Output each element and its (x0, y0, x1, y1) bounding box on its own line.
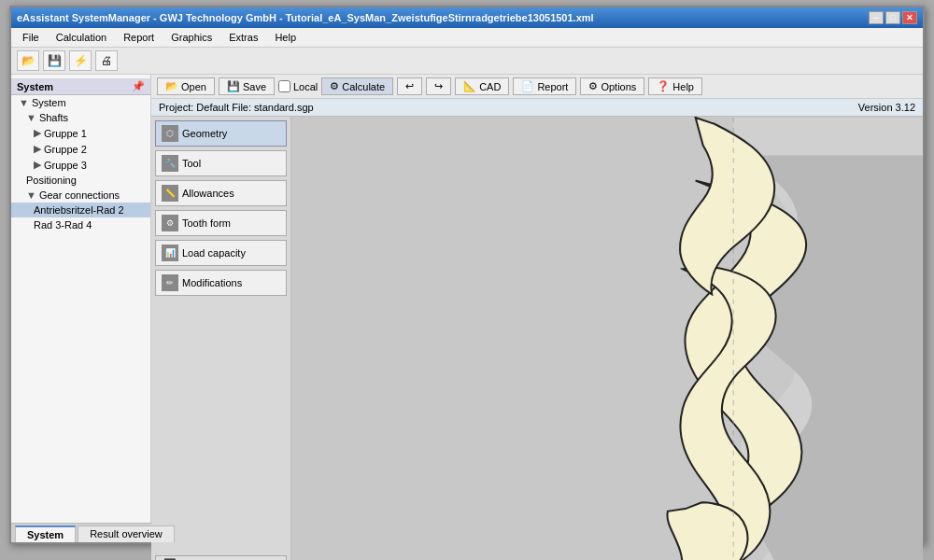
minimize-button[interactable]: ─ (869, 11, 884, 24)
cad-icon: 📐 (463, 80, 476, 92)
tree-label-positioning: Positioning (26, 175, 77, 186)
tab-system[interactable]: System (15, 525, 76, 542)
load-capacity-button[interactable]: 📊 Load capacity (155, 240, 287, 266)
toolbar-print[interactable]: 🖨 (95, 50, 118, 71)
tooth-form-icon: ⚙ (162, 215, 178, 231)
tree-label-gruppe2: Gruppe 2 (44, 144, 87, 155)
modifications-icon: ✏ (162, 274, 178, 291)
undo-button[interactable]: ↩ (397, 77, 422, 95)
menubar: File Calculation Report Graphics Extras … (11, 28, 923, 48)
tree-label-shafts: Shafts (39, 112, 68, 123)
gear-visualization (291, 117, 923, 560)
options-button[interactable]: ⚙ Options (580, 77, 644, 95)
calculate-button[interactable]: ⚙ Calculate (321, 77, 393, 95)
tree-label-rad3rad4: Rad 3-Rad 4 (34, 219, 92, 231)
project-bar: Project: Default File: standard.sgp Vers… (151, 99, 923, 117)
left-panel: ⬡ Geometry 🔧 Tool 📏 Allowances ⚙ Tooth f… (151, 117, 291, 560)
tool-button[interactable]: 🔧 Tool (155, 150, 287, 176)
view-area (291, 117, 923, 560)
redo-button[interactable]: ↪ (426, 77, 451, 95)
content-area: 📂 Open 💾 Save Local ⚙ Calculate ↩ ↪ (151, 75, 923, 523)
load-capacity-icon: 📊 (162, 245, 178, 261)
menu-graphics[interactable]: Graphics (163, 30, 219, 45)
tree-item-shafts[interactable]: ▼ Shafts (11, 110, 150, 125)
tree-item-gruppe3[interactable]: ▶ Gruppe 3 (11, 157, 150, 173)
modifications-button[interactable]: ✏ Modifications (155, 270, 287, 296)
allowances-button[interactable]: 📏 Allowances (155, 180, 287, 206)
tree-expand-gruppe1: ▶ (34, 127, 41, 139)
tree-label-system: System (32, 97, 66, 108)
total-view-button[interactable]: 🔲 Total view (155, 555, 287, 560)
tree-item-antrieb[interactable]: Antriebsritzel-Rad 2 (11, 203, 150, 217)
workspace: ⬡ Geometry 🔧 Tool 📏 Allowances ⚙ Tooth f… (151, 117, 923, 560)
local-checkbox-group: Local (278, 80, 318, 92)
tree-expand-gear: ▼ (26, 189, 36, 201)
menu-extras[interactable]: Extras (221, 30, 265, 45)
tree-label-antrieb: Antriebsritzel-Rad 2 (34, 204, 124, 216)
options-icon: ⚙ (588, 80, 598, 92)
title-bar: eAssistant SystemManager - GWJ Technolog… (11, 7, 923, 28)
project-info: Project: Default File: standard.sgp (159, 102, 314, 113)
report-button[interactable]: 📄 Report (513, 77, 576, 95)
maximize-button[interactable]: □ (885, 11, 900, 24)
tree-item-gruppe1[interactable]: ▶ Gruppe 1 (11, 125, 150, 141)
geometry-button[interactable]: ⬡ Geometry (155, 120, 287, 147)
calculate-icon: ⚙ (330, 80, 339, 92)
sidebar-pin-icon: 📌 (132, 80, 145, 92)
tree-expand-gruppe3: ▶ (34, 159, 41, 171)
tree-label-gear-connections: Gear connections (39, 189, 120, 201)
close-button[interactable]: ✕ (902, 11, 917, 24)
menu-calculation[interactable]: Calculation (49, 30, 114, 45)
tab-result-overview[interactable]: Result overview (78, 525, 175, 542)
menu-help[interactable]: Help (267, 30, 304, 45)
tooth-form-button[interactable]: ⚙ Tooth form (155, 210, 287, 236)
report-icon: 📄 (521, 80, 534, 92)
version-info: Version 3.12 (858, 102, 915, 113)
tree-item-positioning[interactable]: Positioning (11, 173, 150, 188)
toolbar-save[interactable]: 💾 (43, 50, 65, 71)
toolbar-refresh[interactable]: ⚡ (69, 50, 92, 71)
tree-label-gruppe3: Gruppe 3 (44, 160, 87, 171)
save-icon: 💾 (227, 80, 240, 92)
tree-expand-system: ▼ (19, 97, 29, 108)
cad-button[interactable]: 📐 CAD (455, 77, 509, 95)
local-checkbox[interactable] (278, 80, 290, 92)
tree-item-rad3rad4[interactable]: Rad 3-Rad 4 (11, 217, 150, 232)
top-toolbar: 📂 Open 💾 Save Local ⚙ Calculate ↩ ↪ (151, 75, 923, 99)
local-label: Local (293, 81, 318, 92)
tree-label-gruppe1: Gruppe 1 (44, 128, 87, 139)
menu-report[interactable]: Report (116, 30, 162, 45)
tree-item-gruppe2[interactable]: ▶ Gruppe 2 (11, 141, 150, 157)
allowances-icon: 📏 (162, 185, 178, 202)
main-window: eAssistant SystemManager - GWJ Technolog… (9, 6, 925, 544)
window-title: eAssistant SystemManager - GWJ Technolog… (17, 12, 594, 23)
tree-expand-gruppe2: ▶ (34, 143, 41, 155)
sidebar-header: System 📌 (11, 78, 150, 95)
toolbar-open[interactable]: 📂 (17, 50, 39, 71)
open-button[interactable]: 📂 Open (157, 77, 215, 95)
geometry-icon: ⬡ (162, 125, 178, 142)
help-icon: ❓ (657, 80, 670, 92)
help-button[interactable]: ❓ Help (648, 77, 702, 95)
title-bar-buttons: ─ □ ✕ (869, 11, 917, 24)
save-button[interactable]: 💾 Save (219, 77, 275, 95)
menu-file[interactable]: File (15, 30, 47, 45)
tool-icon: 🔧 (162, 155, 178, 172)
tree-expand-shafts: ▼ (26, 112, 36, 123)
tree-item-system[interactable]: ▼ System (11, 95, 150, 110)
toolbar: 📂 💾 ⚡ 🖨 (11, 48, 923, 75)
open-icon: 📂 (165, 80, 178, 92)
sidebar-title: System (17, 81, 53, 92)
sidebar: System 📌 ▼ System ▼ Shafts ▶ Gruppe 1 (11, 75, 151, 523)
main-area: System 📌 ▼ System ▼ Shafts ▶ Gruppe 1 (11, 75, 923, 523)
tree-item-gear-connections[interactable]: ▼ Gear connections (11, 188, 150, 203)
